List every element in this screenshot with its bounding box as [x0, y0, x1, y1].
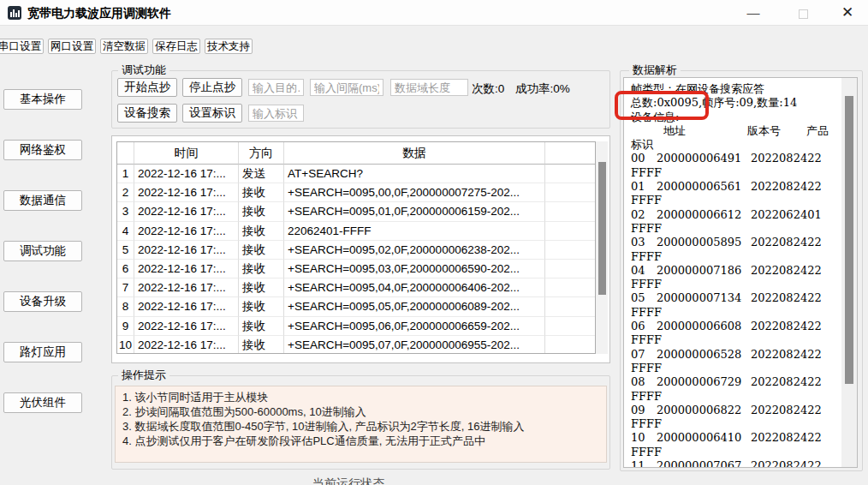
cell-row-number: 1	[117, 165, 134, 183]
log-table: 时间 方向 数据 12022-12-16 17:...发送AT+SEARCH?2…	[116, 141, 596, 354]
device-index: 06	[631, 320, 657, 333]
cell-filler	[545, 260, 595, 278]
device-search-button[interactable]: 设备搜索	[117, 104, 177, 123]
menu-item-3[interactable]: 清空数据	[100, 39, 148, 54]
table-row[interactable]: 72022-12-16 17:...接收+SEARCH=0095,04,0F,2…	[117, 278, 595, 297]
cell-time: 2022-12-16 17:...	[134, 202, 239, 221]
device-address: 200000005895	[657, 236, 751, 249]
set-id-button[interactable]: 设置标识	[182, 104, 242, 123]
cell-direction: 接收	[239, 183, 284, 202]
table-row[interactable]: 92022-12-16 17:...接收+SEARCH=0095,06,0F,2…	[117, 317, 595, 336]
header-product-wrap: 标识	[631, 138, 843, 152]
tip-line-4: 4. 点抄测试仅用于客户在研发阶段评估PLC通信质量, 无法用于正式产品中	[122, 434, 525, 448]
tips-box: 1. 该小节同时适用于主从模块2. 抄读间隔取值范围为500-60000ms, …	[115, 386, 607, 463]
cell-time: 2022-12-16 17:...	[134, 278, 239, 297]
tips-panel-title: 操作提示	[118, 369, 169, 381]
cell-row-number: 7	[117, 278, 134, 297]
device-address: 200000007067	[657, 459, 751, 468]
dest-address-input[interactable]	[248, 79, 304, 96]
device-row: 062000000066082022082422	[631, 320, 843, 333]
maximize-icon	[799, 9, 808, 19]
device-address: 200000006410	[657, 431, 751, 445]
menu-item-5[interactable]: 技术支持	[205, 39, 253, 54]
cell-row-number: 10	[117, 336, 134, 354]
id-input[interactable]	[248, 105, 304, 122]
debug-panel-title: 调试功能	[118, 64, 169, 76]
minimize-button[interactable]: —	[738, 0, 769, 26]
cell-row-number: 2	[117, 183, 134, 202]
cell-time: 2022-12-16 17:...	[134, 165, 239, 183]
cell-data: +SEARCH=0095,06,0F,200000006659-202...	[284, 317, 545, 336]
cell-time: 2022-12-16 17:...	[134, 260, 239, 278]
sidebar-item-1[interactable]: 基本操作	[3, 89, 82, 110]
device-index: 01	[631, 180, 657, 194]
cell-direction: 接收	[239, 260, 284, 278]
menu-item-1[interactable]: 串口设置	[0, 39, 44, 54]
device-row: 052000000071342022082422	[631, 291, 843, 305]
device-version: 2022082422	[751, 404, 822, 416]
sidebar-item-7[interactable]: 光伏组件	[3, 392, 82, 413]
header-product: 产品	[806, 124, 829, 137]
device-product-id: FFFF	[631, 278, 843, 291]
cell-time: 2022-12-16 17:...	[134, 336, 239, 354]
device-address: 200000006729	[657, 375, 751, 389]
cell-time: 2022-12-16 17:...	[134, 317, 239, 336]
header-data: 数据	[284, 142, 545, 165]
close-button[interactable]: ✕	[832, 0, 863, 26]
start-copy-button[interactable]: 开始点抄	[117, 78, 177, 97]
table-row[interactable]: 102022-12-16 17:...接收+SEARCH=0095,07,0F,…	[117, 336, 595, 354]
header-direction: 方向	[239, 142, 284, 165]
cell-data: +SEARCH=0095,00,0F,200000007275-202...	[284, 183, 545, 202]
cell-time: 2022-12-16 17:...	[134, 241, 239, 260]
cell-direction: 接收	[239, 222, 284, 241]
device-row: 082000000067292022082422	[631, 375, 843, 389]
cell-data: 22062401-FFFF	[284, 222, 545, 241]
interval-input[interactable]	[310, 79, 383, 96]
cell-direction: 接收	[239, 336, 284, 354]
sidebar-item-3[interactable]: 数据通信	[3, 190, 82, 211]
status-text-clipped: 当前运行状态	[312, 476, 384, 485]
table-row[interactable]: 82022-12-16 17:...接收+SEARCH=0095,05,0F,2…	[117, 297, 595, 316]
table-scrollbar-thumb[interactable]	[598, 162, 606, 295]
device-row: 022000000066122022062401	[631, 208, 843, 222]
device-index: 10	[631, 431, 657, 445]
device-version: 2022082422	[751, 348, 822, 361]
device-address: 200000007186	[657, 264, 751, 278]
cell-data: AT+SEARCH?	[284, 165, 545, 183]
table-row[interactable]: 52022-12-16 17:...接收+SEARCH=0095,02,0F,2…	[117, 241, 595, 260]
menu-item-4[interactable]: 保存日志	[152, 39, 200, 54]
device-address: 200000006491	[657, 152, 751, 165]
log-table-header: 时间 方向 数据	[117, 142, 595, 165]
parse-scrollbar-thumb[interactable]	[845, 96, 853, 384]
sidebar-item-6[interactable]: 路灯应用	[3, 342, 82, 362]
maximize-button[interactable]	[788, 0, 818, 26]
data-length-input[interactable]	[390, 79, 468, 96]
device-product-id: FFFF	[631, 166, 843, 180]
window-title: 宽带电力载波应用调测软件	[27, 6, 171, 21]
device-index: 04	[631, 264, 657, 278]
table-row[interactable]: 22022-12-16 17:...接收+SEARCH=0095,00,0F,2…	[117, 183, 595, 202]
menu-item-2[interactable]: 网口设置	[48, 39, 96, 54]
parse-result-list[interactable]: 帧类型：在网设备搜索应答总数:0x0095,帧序号:09,数量:14设备信息:地…	[623, 77, 858, 468]
header-address: 地址	[663, 124, 686, 137]
cell-direction: 接收	[239, 317, 284, 336]
sidebar-item-4[interactable]: 调试功能	[3, 241, 82, 261]
cell-data: +SEARCH=0095,02,0F,200000006238-202...	[284, 241, 545, 260]
device-version: 2022082422	[751, 152, 822, 165]
device-product-id: FFFF	[631, 446, 843, 459]
table-row[interactable]: 42022-12-16 17:...接收22062401-FFFF	[117, 222, 595, 241]
device-product-id: FFFF	[631, 333, 843, 347]
stop-copy-button[interactable]: 停止点抄	[182, 78, 242, 97]
sidebar-item-5[interactable]: 设备升级	[3, 291, 82, 312]
table-row[interactable]: 12022-12-16 17:...发送AT+SEARCH?	[117, 165, 595, 183]
tip-line-2: 2. 抄读间隔取值范围为500-60000ms, 10进制输入	[122, 404, 525, 419]
device-list-header: 地址版本号产品	[631, 124, 843, 138]
sidebar-item-2[interactable]: 网络鉴权	[3, 140, 82, 160]
parse-panel-title: 数据解析	[629, 64, 681, 76]
table-row[interactable]: 32022-12-16 17:...接收+SEARCH=0095,01,0F,2…	[117, 202, 595, 221]
device-row: 002000000064912022082422	[631, 152, 843, 165]
table-row[interactable]: 62022-12-16 17:...接收+SEARCH=0095,03,0F,2…	[117, 260, 595, 278]
tip-line-3: 3. 数据域长度取值范围0-450字节, 10进制输入, 产品标识为2字节长度,…	[122, 419, 525, 434]
cell-time: 2022-12-16 17:...	[134, 297, 239, 316]
device-row: 102000000064102022082422	[631, 431, 843, 445]
